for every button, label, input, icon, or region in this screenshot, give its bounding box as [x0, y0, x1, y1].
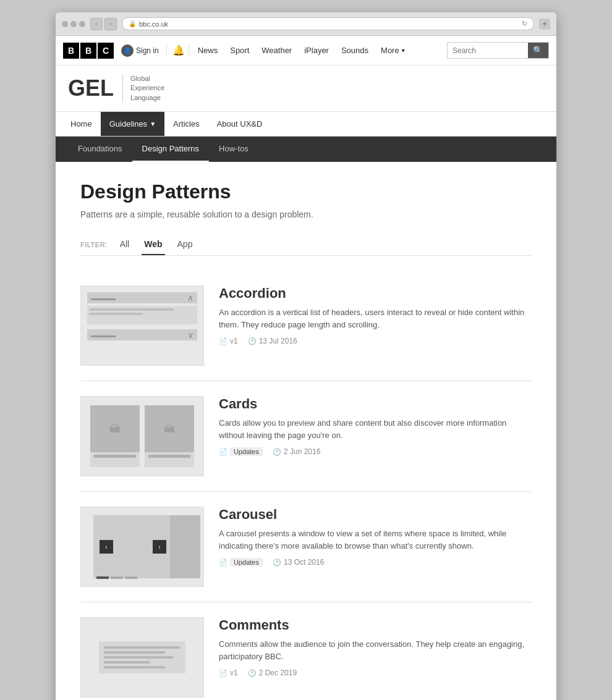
- topnav-iplayer[interactable]: iPlayer: [298, 36, 335, 65]
- carousel-desc: A carousel presents a window to view a s…: [219, 528, 532, 552]
- browser-dots: [62, 21, 85, 27]
- topnav-more[interactable]: More ▼: [375, 36, 412, 65]
- card-2-image: 🏔: [145, 405, 194, 452]
- cards-info: Cards Cards allow you to preview and sha…: [219, 396, 532, 456]
- dot-green: [79, 21, 85, 27]
- carousel-updates-icon: 📄: [219, 559, 227, 567]
- bbc-block-b2: B: [80, 43, 96, 59]
- clock-icon-4: 🕐: [248, 669, 257, 677]
- main-nav-about[interactable]: About UX&D: [208, 112, 271, 136]
- topnav-sounds[interactable]: Sounds: [335, 36, 375, 65]
- carousel-dots: [96, 576, 137, 579]
- sub-nav-how-tos[interactable]: How-tos: [209, 137, 258, 162]
- main-nav-home[interactable]: Home: [62, 112, 101, 136]
- sub-nav: Foundations Design Patterns How-tos: [56, 137, 556, 162]
- card-1-bar: [94, 455, 136, 458]
- filter-web[interactable]: Web: [142, 234, 164, 255]
- topnav-sport[interactable]: Sport: [224, 36, 255, 65]
- card-2-bar: [148, 455, 190, 458]
- card-2-image-icon: 🏔: [164, 423, 175, 436]
- filter-label: FILTER:: [80, 241, 108, 248]
- carousel-date: 🕐 13 Oct 2016: [273, 558, 324, 567]
- cards-updates: 📄 Updates: [219, 447, 263, 456]
- browser-window: ‹ › 🔒 bbc.co.uk ↻ + B B C 👤 Sign in 🔔 Ne…: [56, 12, 556, 700]
- carousel-dot-3: [125, 576, 137, 579]
- carousel-updates-badge: Updates: [230, 558, 263, 567]
- topnav-weather[interactable]: Weather: [255, 36, 298, 65]
- filter-all[interactable]: All: [117, 234, 132, 255]
- comments-version: 📄 v1: [219, 668, 238, 677]
- search-bar: 🔍: [447, 42, 549, 59]
- filter-row: FILTER: All Web App: [80, 234, 532, 256]
- search-button[interactable]: 🔍: [528, 43, 548, 58]
- more-chevron-icon: ▼: [401, 48, 406, 54]
- forward-button[interactable]: ›: [104, 18, 117, 30]
- carousel-prev-button[interactable]: ‹: [100, 540, 113, 554]
- pattern-item-comments: Comments Comments allow the audience to …: [80, 602, 532, 700]
- bbc-block-c: C: [98, 43, 114, 59]
- acc-line-2: [90, 313, 142, 315]
- comments-desc: Comments allow the audience to join the …: [219, 638, 532, 662]
- sub-nav-foundations[interactable]: Foundations: [68, 137, 132, 162]
- bbc-logo[interactable]: B B C: [63, 43, 114, 59]
- cards-thumbnail: 🏔 🏔: [80, 396, 204, 476]
- add-tab-button[interactable]: +: [539, 19, 550, 30]
- version-icon: 📄: [219, 337, 227, 345]
- acc-content: [87, 306, 197, 324]
- notifications-button[interactable]: 🔔: [169, 44, 189, 56]
- cards-meta: 📄 Updates 🕐 2 Jun 2016: [219, 447, 532, 456]
- carousel-name[interactable]: Carousel: [219, 507, 532, 523]
- dot-yellow: [70, 21, 77, 27]
- main-nav: Home Guidelines ▼ Articles About UX&D: [56, 112, 556, 137]
- gel-title[interactable]: GEL: [68, 75, 114, 101]
- bbc-topnav: B B C 👤 Sign in 🔔 News Sport Weather iPl…: [56, 36, 556, 65]
- cards-name[interactable]: Cards: [219, 396, 532, 412]
- back-button[interactable]: ‹: [90, 18, 103, 30]
- comments-thumbnail: [80, 617, 204, 698]
- sub-nav-design-patterns[interactable]: Design Patterns: [132, 137, 210, 162]
- acc-line-1: [90, 308, 174, 311]
- page-title: Design Patterns: [80, 180, 532, 203]
- gel-subtitle: Global Experience Language: [122, 74, 164, 103]
- topnav-links: News Sport Weather iPlayer Sounds More ▼: [192, 36, 447, 65]
- comments-info: Comments Comments allow the audience to …: [219, 617, 532, 677]
- comments-thumb-content: [81, 618, 203, 697]
- carousel-peek-slide: [170, 515, 201, 578]
- acc-row-2: ▬▬▬▬∨: [87, 329, 197, 340]
- dot-red: [62, 21, 68, 27]
- carousel-info: Carousel A carousel presents a window to…: [219, 507, 532, 567]
- pattern-item-carousel: ‹ › Carousel A carousel presents a windo…: [80, 492, 532, 602]
- browser-chrome: ‹ › 🔒 bbc.co.uk ↻ +: [56, 12, 556, 36]
- cards-thumb-content: 🏔 🏔: [81, 397, 203, 476]
- page-subtitle: Patterns are a simple, reusable solution…: [80, 209, 532, 219]
- pattern-item-accordion: ▬▬▬▬∧ ▬▬▬▬∨ Accordion An accordion is a …: [80, 271, 532, 381]
- search-icon: 🔍: [533, 46, 543, 55]
- lock-icon: 🔒: [129, 20, 136, 27]
- search-input[interactable]: [448, 43, 528, 58]
- cards-date: 🕐 2 Jun 2016: [273, 447, 320, 456]
- accordion-desc: An accordion is a vertical list of heade…: [219, 306, 532, 331]
- card-1-image: 🏔: [90, 405, 140, 452]
- updates-icon: 📄: [219, 448, 227, 456]
- card-1-image-icon: 🏔: [109, 423, 121, 436]
- accordion-thumbnail: ▬▬▬▬∧ ▬▬▬▬∨: [80, 285, 204, 366]
- main-nav-articles[interactable]: Articles: [164, 112, 208, 136]
- card-1-text: [90, 452, 140, 467]
- carousel-next-button[interactable]: ›: [153, 540, 166, 554]
- comments-name[interactable]: Comments: [219, 617, 532, 633]
- accordion-thumb-content: ▬▬▬▬∧ ▬▬▬▬∨: [81, 286, 203, 365]
- nav-arrows: ‹ ›: [90, 18, 117, 30]
- signin-button[interactable]: 👤 Sign in: [121, 44, 167, 57]
- comment-line-5: [104, 666, 165, 668]
- carousel-thumbnail: ‹ ›: [80, 507, 204, 587]
- guidelines-dropdown-icon: ▼: [150, 120, 156, 127]
- filter-app[interactable]: App: [175, 234, 195, 255]
- comments-date: 🕐 2 Dec 2019: [248, 668, 297, 677]
- comment-box: [99, 641, 185, 673]
- refresh-button[interactable]: ↻: [522, 20, 527, 28]
- main-nav-guidelines[interactable]: Guidelines ▼: [101, 112, 164, 136]
- clock-icon: 🕐: [248, 337, 257, 345]
- address-bar[interactable]: 🔒 bbc.co.uk ↻: [122, 17, 534, 30]
- topnav-news[interactable]: News: [192, 36, 224, 65]
- accordion-name[interactable]: Accordion: [219, 285, 532, 302]
